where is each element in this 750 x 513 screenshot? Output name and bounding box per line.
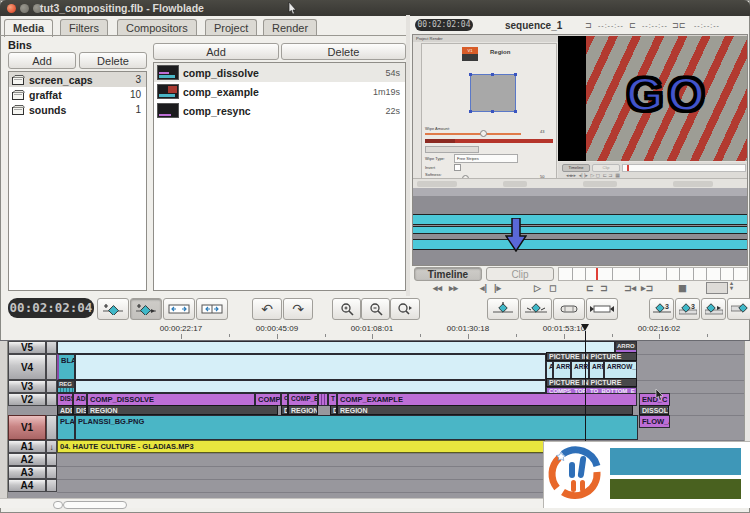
clip-v2-stripes[interactable] <box>318 393 328 406</box>
track-header-v4[interactable]: V4 <box>8 354 46 380</box>
track-header-a3[interactable]: A3 <box>8 466 46 479</box>
bin-row-sounds[interactable]: sounds 1 <box>9 102 146 117</box>
goto-mark-out-button[interactable]: ▸⊐ <box>641 283 653 293</box>
compositor-region-1[interactable]: REGION <box>87 405 278 415</box>
close-button-icon[interactable] <box>7 4 16 13</box>
splice-out-button[interactable] <box>487 298 519 320</box>
compositor-dissolv[interactable]: DISSOLV <box>639 405 669 415</box>
monitor-source-spinner[interactable]: ▴▾ <box>730 281 733 291</box>
scrollbar-left-button[interactable] <box>53 501 63 509</box>
clip-v1-flow[interactable]: FLOW_A <box>639 415 670 428</box>
track-column-v2[interactable] <box>46 393 57 406</box>
stop-button[interactable]: ◻ <box>549 283 556 293</box>
next-frame-button[interactable]: |▸ <box>494 283 501 293</box>
goto-mark-in-button[interactable]: ⊐◂ <box>624 283 636 293</box>
clip-v3-long[interactable] <box>75 380 546 393</box>
track-column-v3[interactable] <box>46 380 57 393</box>
track-column-v5[interactable] <box>46 341 57 354</box>
trim-end-button[interactable] <box>586 298 618 320</box>
monitor-source-selector[interactable] <box>706 282 728 294</box>
monitor-scrub-bar[interactable] <box>558 267 748 281</box>
track-header-a1[interactable]: A1 <box>8 440 46 453</box>
track-column-a3[interactable] <box>46 466 57 479</box>
redo-button[interactable]: ↷ <box>283 298 313 320</box>
clip-v5-long[interactable] <box>57 341 615 354</box>
media-row-comp-example[interactable]: comp_example 1m19s <box>154 82 405 101</box>
bins-add-button[interactable]: Add <box>8 52 76 69</box>
clip-a1-audio[interactable]: 04. HAUTE CULTURE - GLADIAS.MP3 <box>57 440 545 453</box>
media-delete-button[interactable]: Delete <box>281 43 406 60</box>
clip-v4-bla[interactable]: BLA <box>57 354 75 380</box>
compositor-v3-pip[interactable]: PICTURE IN PICTURE <box>546 378 637 387</box>
track-header-v2[interactable]: V2 <box>8 393 46 406</box>
marks-button[interactable]: ▦ <box>678 283 687 293</box>
mouse-cursor-icon <box>288 2 297 14</box>
media-add-button[interactable]: Add <box>153 43 279 60</box>
panel-divider[interactable] <box>406 15 410 296</box>
bin-row-screen-caps[interactable]: screen_caps 3 <box>9 72 146 87</box>
tab-project[interactable]: Project <box>205 19 257 36</box>
clip-v4-arr1[interactable]: ARR <box>553 361 571 379</box>
compositor-dis[interactable]: DIS <box>73 405 87 415</box>
roll-tool-button[interactable] <box>196 298 228 320</box>
bin-row-graffat[interactable]: graffat 10 <box>9 87 146 102</box>
prev-cut-button[interactable]: ◂◂ <box>433 283 442 293</box>
zoom-out-button[interactable] <box>361 298 390 320</box>
pull-behind-button[interactable] <box>727 298 750 320</box>
clip-v1-pla[interactable]: PLA <box>57 415 75 440</box>
playhead-marker-icon[interactable] <box>581 324 589 331</box>
track-column-a4[interactable] <box>46 479 57 492</box>
zoom-fit-button[interactable] <box>390 298 420 320</box>
mark-out-button[interactable]: ⊐ <box>600 283 608 293</box>
track-header-v3[interactable]: V3 <box>8 380 46 393</box>
clip-v4-arr3[interactable]: ARR <box>589 361 604 379</box>
track-header-a2[interactable]: A2 <box>8 453 46 466</box>
timeline-mode-button[interactable]: Timeline <box>414 267 482 281</box>
track-column-a1[interactable]: ↓ <box>46 440 57 453</box>
clip-v4-long[interactable] <box>75 354 546 380</box>
compositor-region-3[interactable]: REGION <box>337 405 633 415</box>
next-cut-button[interactable]: ▸▸ <box>449 283 458 293</box>
lift-button[interactable] <box>520 298 552 320</box>
preview-keyframe-bar <box>425 139 553 143</box>
clip-v4-a[interactable]: A <box>546 361 553 379</box>
append-button[interactable] <box>701 298 726 320</box>
bins-delete-button[interactable]: Delete <box>79 52 147 69</box>
overwrite-range-button[interactable]: 3 <box>649 298 674 320</box>
track-column-v1[interactable] <box>46 415 57 440</box>
compositor-di[interactable]: DI <box>281 405 288 415</box>
insert-three-point-button[interactable]: 3 <box>675 298 700 320</box>
trim-tool-button[interactable] <box>163 298 195 320</box>
insert-move-tool-button[interactable] <box>97 298 129 320</box>
minimize-button-icon[interactable] <box>20 4 29 13</box>
track-column-a2[interactable] <box>46 453 57 466</box>
clip-mode-button[interactable]: Clip <box>486 267 554 281</box>
compositor-d[interactable]: D <box>330 405 337 415</box>
clip-v3-reg[interactable]: REG <box>57 380 75 393</box>
track-header-v1[interactable]: V1 <box>8 415 46 440</box>
tab-compositors[interactable]: Compositors <box>117 19 197 36</box>
resync-button[interactable] <box>553 298 585 320</box>
compositor-region-2[interactable]: REGION <box>288 405 318 415</box>
tab-filters[interactable]: Filters <box>60 19 108 36</box>
media-row-comp-dissolve[interactable]: comp_dissolve 54s <box>154 63 405 82</box>
tab-render[interactable]: Render <box>263 19 317 36</box>
zoom-in-icon <box>340 302 354 316</box>
zoom-in-button[interactable] <box>332 298 361 320</box>
clip-v4-arr2[interactable]: ARR <box>571 361 589 379</box>
clip-v1-planssi[interactable]: PLANSSI_BG.PNG <box>75 415 638 440</box>
prev-frame-button[interactable]: ◂| <box>480 283 487 293</box>
timeline-ruler[interactable] <box>0 322 750 340</box>
mark-in-button[interactable]: ⊏ <box>586 283 594 293</box>
overwrite-move-tool-button[interactable] <box>130 298 162 320</box>
track-header-a4[interactable]: A4 <box>8 479 46 492</box>
play-button[interactable]: ▷ <box>534 283 541 293</box>
media-row-comp-resync[interactable]: comp_resync 22s <box>154 101 405 120</box>
track-header-v5[interactable]: V5 <box>8 341 46 354</box>
compositor-v4-pip[interactable]: PICTURE IN PICTURE <box>546 352 637 361</box>
track-column-v4[interactable] <box>46 354 57 380</box>
undo-button[interactable]: ↶ <box>252 298 282 320</box>
scrollbar-thumb[interactable] <box>63 501 127 509</box>
clip-v4-arrow-b[interactable]: ARROW_B <box>604 361 637 379</box>
compositor-add[interactable]: ADD <box>57 405 73 415</box>
